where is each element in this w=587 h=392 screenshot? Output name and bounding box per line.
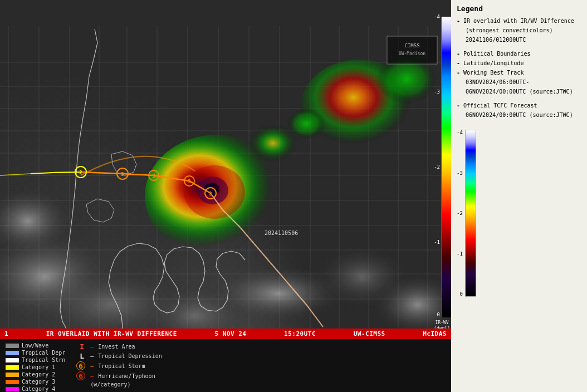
scale-label-2: -3 xyxy=(434,89,440,95)
legend-panel: Legend - IR overlaid with IR/WV Differen… xyxy=(451,0,587,392)
invest-dash: – xyxy=(90,344,94,350)
legend-row-cat3: Category 3 xyxy=(6,379,65,385)
td-label: Tropical Depr xyxy=(22,350,65,356)
legend-scale-bar xyxy=(465,130,476,297)
legend-dash-1: - xyxy=(457,17,460,24)
scale-tick-2: -2 xyxy=(457,210,463,216)
hurricane-symbol: 6 xyxy=(76,371,85,380)
legend-item-political: - Political Boundaries xyxy=(457,50,581,57)
software-display: McIDAS xyxy=(423,330,447,337)
scale-tick-3: -3 xyxy=(457,170,463,176)
scale-tick-1: -1 xyxy=(457,251,463,257)
bottom-legend: Low/Wave Tropical Depr Tropical Strn Cat… xyxy=(0,339,451,392)
hurr-sym-dash: – xyxy=(90,373,94,379)
legend-item-latlon: - Latitude/Longitude xyxy=(457,60,581,67)
legend-text-convecti: (strongest convecticolors) xyxy=(466,27,553,34)
invest-symbol: I xyxy=(76,342,87,351)
legend-dash-2: - xyxy=(457,50,460,57)
legend-item-tcfc: - Official TCFC Forecast xyxy=(457,102,581,109)
color-scale-bar xyxy=(441,17,451,317)
scale-label-4: -1 xyxy=(434,239,440,245)
legend-text-besttrack: Working Best Track xyxy=(463,69,524,76)
td-color xyxy=(6,351,19,355)
legend-colorscale-container: -4 -3 -2 -1 0 xyxy=(457,130,581,297)
legend-text-tcfc-date: 06NOV2024/00:00UTC (source:JTWC) xyxy=(466,111,573,119)
legend-scale-labels: -4 -3 -2 -1 0 xyxy=(457,130,463,297)
cat2-color xyxy=(6,373,19,377)
legend-title: Legend xyxy=(457,4,581,13)
time-display: 15:20UTC xyxy=(284,330,316,337)
scale-tick-4: -4 xyxy=(457,130,463,135)
legend-text-latlon: Latitude/Longitude xyxy=(463,60,524,67)
cat1-color xyxy=(6,365,19,370)
legend-text-bt-end: 06NOV2024/00:00UTC (source:JTWC) xyxy=(466,88,573,95)
legend-spacer-1 xyxy=(457,46,581,50)
legend-item-ir: - IR overlaid with IR/WV Difference xyxy=(457,17,581,24)
legend-row-cat1: Category 1 xyxy=(6,364,65,370)
legend-row-cat2: Category 2 xyxy=(6,371,65,378)
date-display: 5 NOV 24 xyxy=(214,330,246,337)
legend-text-tcfc: Official TCFC Forecast xyxy=(463,102,537,109)
lowwave-color xyxy=(6,344,19,348)
overlay-label: IR OVERLAID WITH IR-WV DIFFERENCE xyxy=(46,330,177,337)
legend-row-td-symbol: L – Tropical Depression xyxy=(76,352,162,360)
legend-row-invest: I – Invest Area xyxy=(76,342,162,351)
legend-row-wcategory: (w/category) xyxy=(76,381,162,388)
legend-text-political: Political Boundaries xyxy=(463,50,530,57)
legend-row-lowwave: Low/Wave xyxy=(6,342,65,349)
cat3-color xyxy=(6,380,19,384)
legend-row-td: Tropical Depr xyxy=(6,350,65,356)
scale-label-5: 0 xyxy=(437,312,440,317)
track-type-legend: Low/Wave Tropical Depr Tropical Strn Cat… xyxy=(6,342,65,389)
legend-item-besttrack: - Working Best Track xyxy=(457,69,581,76)
legend-item-convecti: (strongest convecticolors) xyxy=(457,27,581,34)
legend-text-ir: IR overlaid with IR/WV Difference xyxy=(463,17,574,24)
cat4-color xyxy=(6,387,19,391)
wcategory-label: (w/category) xyxy=(90,381,130,388)
cat1-label: Category 1 xyxy=(22,364,55,370)
legend-text-bt-start: 03NOV2024/06:00UTC- xyxy=(466,79,529,86)
lowwave-label: Low/Wave xyxy=(22,342,48,349)
scale-tick-0: 0 xyxy=(457,291,463,297)
ts-color xyxy=(6,358,19,362)
cat4-label: Category 4 xyxy=(22,386,55,392)
map-section: 2 3 3 3 2 2024110506 CIMSS UW-Madison 22… xyxy=(0,0,451,392)
cat2-label: Category 2 xyxy=(22,371,55,378)
source-display: UW-CIMSS xyxy=(354,330,385,337)
scale-label-3: -2 xyxy=(434,164,440,170)
symbol-legend: I – Invest Area L – Tropical Depression … xyxy=(76,342,162,389)
legend-item-datetime: 20241106/012000UTC xyxy=(457,36,581,43)
main-container: 2 3 3 3 2 2024110506 CIMSS UW-Madison 22… xyxy=(0,0,587,392)
tropical-depression-label: Tropical Depression xyxy=(98,353,162,359)
status-bar: 1 IR OVERLAID WITH IR-WV DIFFERENCE 5 NO… xyxy=(0,329,451,339)
hurricane-label: Hurricane/Typhoon xyxy=(98,373,155,379)
legend-row-ts-symbol: 6 – Tropical Storm xyxy=(76,361,162,370)
legend-item-tcfc-date: 06NOV2024/00:00UTC (source:JTWC) xyxy=(457,111,581,119)
legend-row-hurricane-symbol: 6 – Hurricane/Typhoon xyxy=(76,371,162,380)
ts-symbol: 6 xyxy=(76,361,85,370)
legend-dash-5: - xyxy=(457,102,460,109)
invest-area-label: Invest Area xyxy=(98,344,135,350)
td-sym-dash: – xyxy=(90,353,94,359)
legend-item-besttrack-period2: 06NOV2024/00:00UTC (source:JTWC) xyxy=(457,88,581,95)
legend-row-cat4: Category 4 xyxy=(6,386,65,392)
tropical-storm-label: Tropical Storm xyxy=(98,363,145,369)
scale-label-top: -4 xyxy=(434,14,440,19)
cat3-label: Category 3 xyxy=(22,379,55,385)
legend-item-besttrack-period1: 03NOV2024/06:00UTC- xyxy=(457,79,581,86)
legend-text-datetime: 20241106/012000UTC xyxy=(466,36,526,43)
ts-label: Tropical Strn xyxy=(22,357,65,363)
legend-row-ts: Tropical Strn xyxy=(6,357,65,363)
frame-number: 1 xyxy=(4,330,8,337)
legend-dash-4: - xyxy=(457,69,460,76)
td-symbol: L xyxy=(76,352,87,360)
legend-dash-3: - xyxy=(457,60,460,67)
ts-sym-dash: – xyxy=(90,363,94,369)
legend-spacer-2 xyxy=(457,97,581,102)
